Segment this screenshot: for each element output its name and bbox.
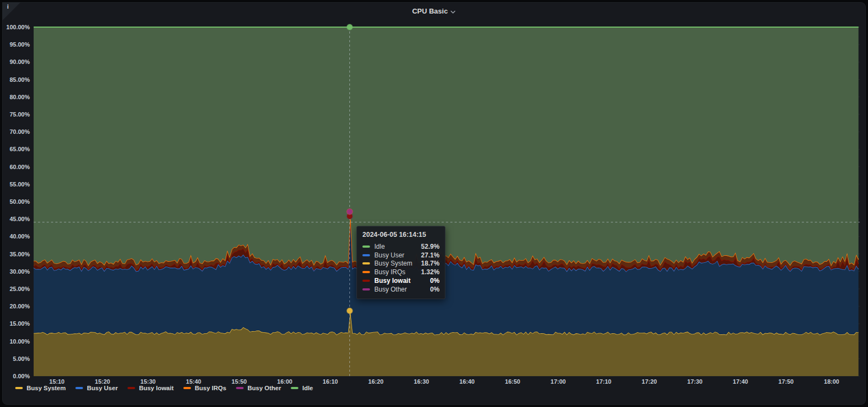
x-axis-label: 15:30 bbox=[141, 378, 156, 385]
x-axis-label: 15:20 bbox=[95, 378, 110, 385]
series-area-idle bbox=[34, 27, 859, 266]
tooltip-series-value: 27.1% bbox=[421, 251, 439, 259]
legend-color-swatch bbox=[15, 387, 23, 389]
x-axis-label: 17:20 bbox=[642, 378, 657, 385]
y-axis-label: 40.00% bbox=[10, 233, 30, 240]
x-axis-label: 16:00 bbox=[277, 378, 292, 385]
y-axis-label: 70.00% bbox=[10, 128, 30, 135]
x-axis-label: 16:20 bbox=[368, 378, 384, 385]
tooltip-rows: Idle52.9%Busy User27.1%Busy System18.7%B… bbox=[362, 242, 439, 294]
series-color-swatch bbox=[362, 271, 370, 273]
panel-info-corner[interactable]: i bbox=[2, 2, 21, 21]
y-axis-label: 25.00% bbox=[10, 286, 30, 292]
legend-label: Busy Other bbox=[247, 385, 281, 391]
chart-tooltip: 2024-06-05 16:14:15 Idle52.9%Busy User27… bbox=[356, 226, 445, 299]
x-axis-label: 17:50 bbox=[778, 378, 794, 385]
info-icon: i bbox=[7, 3, 9, 10]
legend-item-busy-irqs[interactable]: Busy IRQs bbox=[183, 385, 226, 391]
legend-label: Busy IRQs bbox=[195, 385, 226, 391]
x-axis-label: 15:40 bbox=[186, 378, 201, 385]
y-axis-label: 5.00% bbox=[13, 356, 30, 362]
x-axis-label: 17:30 bbox=[687, 378, 703, 385]
y-axis-label: 75.00% bbox=[10, 111, 30, 118]
tooltip-row-busy-iowait: Busy Iowait0% bbox=[362, 276, 439, 285]
y-axis-label: 60.00% bbox=[10, 164, 30, 170]
y-axis-label: 15.00% bbox=[10, 320, 30, 327]
x-axis-label: 16:10 bbox=[323, 378, 338, 385]
y-axis-label: 80.00% bbox=[10, 94, 30, 100]
series-color-swatch bbox=[362, 262, 370, 264]
legend-item-busy-iowait[interactable]: Busy Iowait bbox=[127, 385, 174, 391]
tooltip-series-label: Busy Other bbox=[374, 286, 407, 293]
x-axis-label: 15:50 bbox=[232, 378, 247, 385]
chevron-down-icon bbox=[450, 7, 456, 16]
legend-item-idle[interactable]: Idle bbox=[291, 385, 313, 391]
x-axis-label: 17:10 bbox=[596, 378, 611, 385]
hover-point-idle bbox=[347, 24, 353, 30]
hover-point-busy-system bbox=[347, 308, 353, 314]
legend-label: Busy System bbox=[27, 385, 66, 391]
tooltip-series-label: Busy Iowait bbox=[374, 277, 411, 285]
legend-label: Busy Iowait bbox=[139, 385, 174, 391]
legend-color-swatch bbox=[291, 387, 298, 389]
y-axis-label: 85.00% bbox=[10, 76, 30, 83]
legend-color-swatch bbox=[183, 387, 191, 389]
tooltip-series-value: 1.32% bbox=[421, 268, 439, 276]
legend-color-swatch bbox=[127, 387, 135, 389]
series-color-swatch bbox=[362, 288, 370, 290]
panel-title: CPU Basic bbox=[412, 7, 448, 15]
hover-point-busy-other bbox=[347, 209, 353, 215]
tooltip-series-label: Busy User bbox=[374, 251, 404, 259]
tooltip-series-label: Busy IRQs bbox=[374, 268, 405, 276]
y-axis-label: 90.00% bbox=[10, 59, 30, 65]
legend-item-busy-system[interactable]: Busy System bbox=[15, 385, 66, 391]
y-axis-label: 30.00% bbox=[10, 268, 30, 275]
y-axis-label: 35.00% bbox=[10, 251, 30, 257]
tooltip-series-label: Idle bbox=[374, 243, 385, 250]
legend-item-busy-user[interactable]: Busy User bbox=[75, 385, 118, 391]
legend-item-busy-other[interactable]: Busy Other bbox=[236, 385, 281, 391]
y-axis-label: 95.00% bbox=[10, 41, 30, 48]
y-axis-label: 65.00% bbox=[10, 146, 30, 152]
tooltip-row-busy-irqs: Busy IRQs1.32% bbox=[362, 268, 439, 276]
x-axis-label: 16:40 bbox=[459, 378, 475, 385]
cpu-usage-chart[interactable]: 0.00%5.00%10.00%15.00%20.00%25.00%30.00%… bbox=[0, 0, 868, 407]
tooltip-row-busy-user: Busy User27.1% bbox=[362, 251, 439, 260]
tooltip-timestamp: 2024-06-05 16:14:15 bbox=[362, 231, 439, 238]
tooltip-series-value: 18.7% bbox=[421, 260, 439, 267]
y-axis-label: 20.00% bbox=[10, 303, 30, 309]
x-axis-label: 18:00 bbox=[824, 378, 839, 385]
tooltip-series-label: Busy System bbox=[374, 260, 412, 267]
legend-label: Idle bbox=[302, 385, 313, 391]
series-color-swatch bbox=[362, 280, 370, 282]
tooltip-row-idle: Idle52.9% bbox=[362, 242, 439, 251]
y-axis-label: 10.00% bbox=[10, 338, 30, 345]
x-axis-label: 17:00 bbox=[551, 378, 566, 385]
tooltip-row-busy-other: Busy Other0% bbox=[362, 285, 439, 294]
legend-color-swatch bbox=[75, 387, 83, 389]
x-axis-label: 16:30 bbox=[414, 378, 429, 385]
x-axis-label: 16:50 bbox=[505, 378, 520, 385]
y-axis-label: 55.00% bbox=[10, 181, 30, 188]
series-color-swatch bbox=[362, 254, 370, 256]
panel-header[interactable]: CPU Basic bbox=[0, 2, 868, 20]
x-axis-label: 15:10 bbox=[49, 378, 65, 385]
x-axis-label: 17:40 bbox=[733, 378, 748, 385]
tooltip-series-value: 52.9% bbox=[421, 243, 439, 250]
legend-color-swatch bbox=[236, 387, 244, 389]
y-axis-label: 50.00% bbox=[10, 198, 30, 205]
series-color-swatch bbox=[362, 246, 370, 248]
tooltip-series-value: 0% bbox=[430, 286, 439, 293]
y-axis-label: 0.00% bbox=[13, 373, 30, 379]
y-axis-label: 100.00% bbox=[7, 24, 30, 30]
legend-label: Busy User bbox=[87, 385, 118, 391]
tooltip-series-value: 0% bbox=[430, 277, 439, 285]
grafana-dashboard: i CPU Basic 0.00%5.00%10.00%15.00%20.00%… bbox=[0, 0, 868, 407]
chart-legend: Busy SystemBusy UserBusy IowaitBusy IRQs… bbox=[15, 385, 323, 391]
y-axis-label: 45.00% bbox=[10, 216, 30, 222]
tooltip-row-busy-system: Busy System18.7% bbox=[362, 260, 439, 268]
